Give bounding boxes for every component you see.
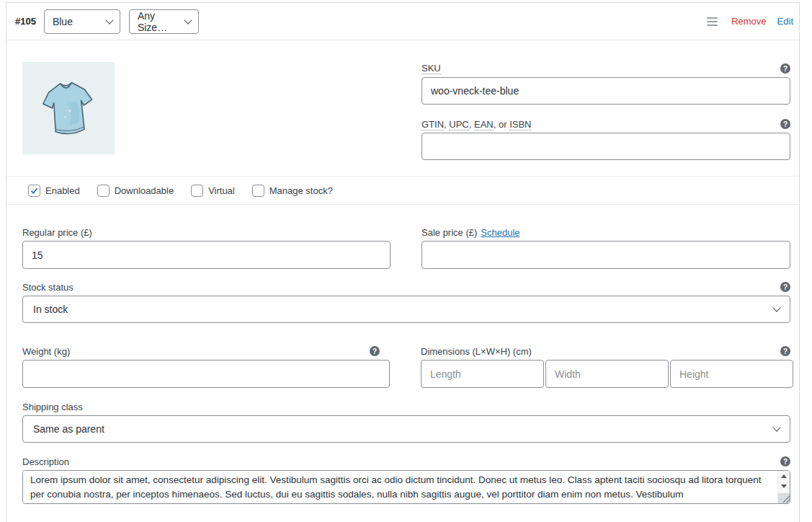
checkbox-box — [28, 185, 40, 197]
variation-id: #105 — [15, 16, 36, 27]
size-select-value: Any Size… — [138, 10, 179, 33]
stock-status-select[interactable]: In stock — [22, 296, 790, 323]
help-icon[interactable]: ? — [370, 346, 380, 356]
resize-grip-icon[interactable] — [778, 493, 790, 503]
chevron-down-icon — [105, 16, 113, 24]
description-label: Description — [22, 456, 69, 467]
length-input[interactable] — [421, 360, 544, 388]
schedule-link[interactable]: Schedule — [481, 227, 519, 238]
checkbox-box — [97, 185, 110, 197]
checkbox-box — [252, 185, 264, 197]
variation-editor: #105 Blue Any Size… Remove Edit — [0, 0, 812, 522]
variation-metabox: #105 Blue Any Size… Remove Edit — [6, 2, 800, 522]
description-field: Lorem ipsum dolor sit amet, consectetur … — [22, 470, 790, 504]
sale-price-input[interactable] — [421, 241, 790, 269]
shipping-class-label: Shipping class — [22, 402, 83, 412]
description-textarea[interactable]: Lorem ipsum dolor sit amet, consectetur … — [23, 471, 777, 503]
sku-label: SKU — [421, 63, 441, 74]
regular-price-label: Regular price (£) — [22, 227, 92, 238]
size-attribute-select[interactable]: Any Size… — [129, 9, 199, 34]
help-icon[interactable]: ? — [780, 456, 790, 466]
variation-header: #105 Blue Any Size… Remove Edit — [6, 3, 799, 40]
shipping-class-select[interactable]: Same as parent — [22, 415, 790, 443]
stock-status-value: In stock — [33, 304, 68, 315]
manage-stock-checkbox[interactable]: Manage stock? — [252, 185, 333, 197]
dimensions-label: Dimensions (L×W×H) (cm) — [421, 346, 532, 357]
product-image[interactable] — [22, 62, 115, 154]
height-input[interactable] — [670, 360, 793, 388]
hamburger-icon[interactable] — [707, 17, 718, 26]
chevron-down-icon — [184, 16, 192, 24]
help-icon[interactable]: ? — [780, 119, 790, 129]
downloadable-checkbox[interactable]: Downloadable — [97, 185, 174, 197]
tshirt-illustration — [22, 62, 115, 154]
virtual-checkbox[interactable]: Virtual — [191, 185, 235, 197]
width-input[interactable] — [545, 360, 669, 388]
remove-variation-link[interactable]: Remove — [731, 16, 766, 27]
scroll-up-icon[interactable] — [778, 471, 790, 481]
chevron-down-icon — [772, 423, 780, 431]
color-attribute-select[interactable]: Blue — [44, 9, 120, 34]
checkbox-box — [191, 185, 203, 197]
shipping-class-value: Same as parent — [33, 423, 104, 435]
sku-input[interactable] — [421, 77, 790, 105]
color-select-value: Blue — [53, 16, 73, 27]
sale-price-label: Sale price (£) — [421, 227, 477, 238]
enabled-checkbox[interactable]: Enabled — [28, 185, 80, 197]
variation-options-row: Enabled Downloadable Virtual Manage stoc… — [6, 176, 799, 205]
stock-status-label: Stock status — [22, 282, 73, 293]
weight-input[interactable] — [22, 360, 390, 388]
regular-price-input[interactable] — [22, 241, 391, 269]
help-icon[interactable]: ? — [780, 282, 790, 292]
gtin-label: GTIN, UPC, EAN, or ISBN — [421, 119, 531, 130]
edit-variation-link[interactable]: Edit — [777, 16, 793, 27]
weight-label: Weight (kg) — [22, 346, 70, 357]
gtin-input[interactable] — [421, 133, 790, 160]
scroll-down-icon[interactable] — [778, 481, 790, 491]
chevron-down-icon — [772, 304, 780, 311]
help-icon[interactable]: ? — [780, 346, 790, 356]
textarea-scrollbar[interactable] — [777, 471, 790, 503]
help-icon[interactable]: ? — [780, 63, 790, 74]
dimensions-inputs — [421, 360, 790, 388]
